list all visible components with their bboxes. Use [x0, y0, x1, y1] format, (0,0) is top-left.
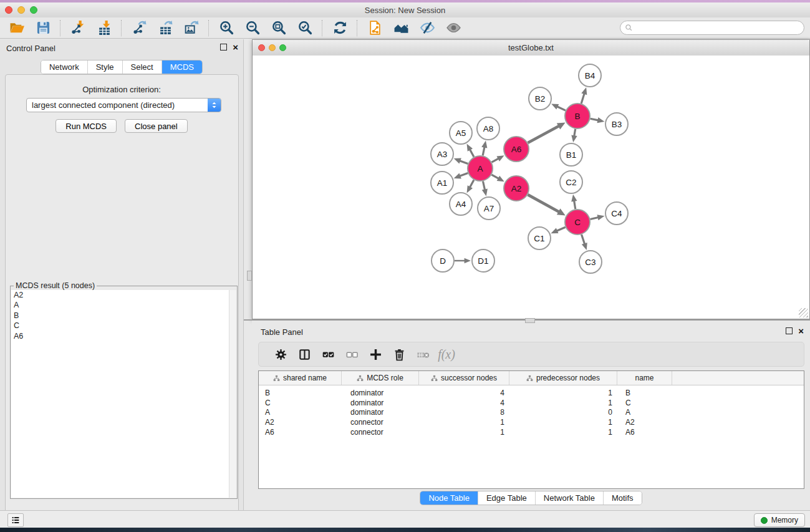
graph-edge-D-D1[interactable] — [455, 258, 471, 263]
tab-node-table[interactable]: Node Table — [420, 491, 478, 505]
export-image-button[interactable] — [178, 19, 205, 37]
open-session-button[interactable] — [4, 19, 30, 37]
column-header-shared-name[interactable]: shared name — [259, 371, 342, 385]
tab-edge-table[interactable]: Edge Table — [478, 491, 536, 505]
graph-edge-B-B2[interactable] — [551, 104, 566, 110]
graph-edge-A-A2[interactable] — [491, 175, 504, 181]
graph-node-B4[interactable]: B4 — [579, 64, 601, 87]
network-window-titlebar[interactable]: testGlobe.txt — [253, 40, 809, 56]
graph-edge-A-A5[interactable] — [467, 144, 474, 157]
graph-node-B3[interactable]: B3 — [605, 113, 628, 135]
mcds-result-item[interactable]: A2 — [11, 290, 229, 300]
home-button[interactable] — [388, 19, 414, 37]
table-close-panel-icon[interactable]: × — [798, 327, 804, 334]
graph-node-A8[interactable]: A8 — [477, 117, 499, 140]
zoom-fit-button[interactable] — [266, 19, 292, 37]
graph-node-A1[interactable]: A1 — [431, 172, 453, 194]
graph-edge-A-A8[interactable] — [481, 141, 487, 156]
delete-column-button[interactable] — [387, 344, 411, 364]
save-session-button[interactable] — [30, 19, 56, 37]
run-mcds-button[interactable]: Run MCDS — [55, 119, 117, 133]
graph-node-A5[interactable]: A5 — [450, 122, 472, 144]
graph-node-A3[interactable]: A3 — [431, 143, 453, 165]
graph-node-A6[interactable]: A6 — [504, 137, 529, 162]
result-scrollbar[interactable] — [229, 290, 236, 498]
settings-button[interactable] — [269, 344, 292, 364]
graph-edge-B-B4[interactable] — [581, 87, 587, 104]
mcds-result-item[interactable]: A6 — [11, 331, 229, 341]
graph-edge-C-C3[interactable] — [582, 235, 587, 250]
close-panel-icon[interactable]: × — [233, 44, 238, 51]
column-header-mcds-role[interactable]: MCDS role — [342, 371, 419, 385]
resize-grip-icon[interactable] — [799, 308, 808, 317]
float-panel-icon[interactable] — [220, 44, 227, 51]
export-network-button[interactable] — [126, 19, 152, 37]
tab-mcds[interactable]: MCDS — [162, 60, 202, 74]
select-all-button[interactable] — [316, 344, 340, 364]
tab-network[interactable]: Network — [41, 60, 88, 74]
graph-edge-A-A1[interactable] — [454, 173, 468, 178]
column-header-predecessor-nodes[interactable]: predecessor nodes — [509, 371, 617, 385]
search-input[interactable] — [633, 22, 804, 34]
tab-select[interactable]: Select — [123, 60, 162, 74]
network-canvas[interactable]: B4B2BB3A5A8A6B1A3AC2A1A2A4A7C4CC1C3DD1 — [253, 56, 809, 319]
graph-edge-A6-B[interactable] — [528, 122, 565, 143]
show-all-button[interactable] — [440, 19, 466, 37]
network-file-button[interactable] — [362, 19, 388, 37]
close-panel-button[interactable]: Close panel — [125, 119, 188, 133]
search-box[interactable] — [620, 21, 804, 35]
graph-node-B2[interactable]: B2 — [529, 87, 551, 110]
graph-edge-A2-C[interactable] — [528, 195, 565, 215]
graph-node-C[interactable]: C — [565, 210, 590, 235]
graph-node-C3[interactable]: C3 — [579, 251, 602, 273]
table-row[interactable]: A6connector11A6 — [259, 427, 804, 437]
table-row[interactable]: A2connector11A2 — [259, 417, 804, 427]
import-network-button[interactable] — [65, 19, 91, 37]
criterion-select[interactable]: largest connected component (directed) — [26, 98, 221, 112]
hide-selected-button[interactable] — [414, 19, 440, 37]
graph-node-B[interactable]: B — [565, 104, 590, 128]
zoom-in-button[interactable] — [213, 19, 239, 37]
graph-edge-A-A3[interactable] — [454, 158, 468, 164]
graph-node-D[interactable]: D — [432, 249, 454, 272]
tab-network-table[interactable]: Network Table — [536, 491, 604, 505]
graph-node-B1[interactable]: B1 — [560, 143, 582, 166]
graph-edge-A-A6[interactable] — [492, 155, 504, 162]
left-splitter-handle[interactable] — [247, 271, 252, 281]
deselect-all-button[interactable] — [340, 344, 364, 364]
graph-node-A2[interactable]: A2 — [504, 176, 529, 201]
graph-edge-C-C1[interactable] — [551, 227, 565, 233]
mcds-result-item[interactable]: C — [11, 321, 229, 331]
zoom-selected-button[interactable] — [292, 19, 318, 37]
graph-node-A4[interactable]: A4 — [450, 193, 472, 215]
graph-edge-B-B1[interactable] — [571, 129, 577, 143]
mcds-result-item[interactable]: B — [11, 311, 229, 321]
graph-node-A7[interactable]: A7 — [478, 197, 500, 220]
column-header-successor-nodes[interactable]: successor nodes — [419, 371, 509, 385]
table-row[interactable]: Cdominator41C — [259, 398, 804, 408]
graph-node-C4[interactable]: C4 — [605, 202, 628, 225]
table-float-panel-icon[interactable] — [786, 327, 793, 334]
graph-node-A[interactable]: A — [468, 156, 493, 181]
mcds-result-list[interactable]: A2ABCA6 — [11, 290, 229, 498]
tab-style[interactable]: Style — [88, 60, 123, 74]
bottom-splitter-handle[interactable] — [525, 318, 535, 323]
split-view-button[interactable] — [292, 344, 316, 364]
mcds-result-item[interactable]: A — [11, 300, 229, 310]
graph-edge-C-C2[interactable] — [571, 195, 577, 209]
import-table-button[interactable] — [91, 19, 117, 37]
task-history-button[interactable] — [7, 513, 24, 527]
graph-node-C1[interactable]: C1 — [528, 227, 551, 249]
column-header-name[interactable]: name — [617, 371, 672, 385]
graph-edge-A-A7[interactable] — [482, 181, 488, 196]
table-row[interactable]: Bdominator41B — [259, 388, 804, 398]
graph-node-D1[interactable]: D1 — [472, 249, 494, 272]
export-table-button[interactable] — [152, 19, 178, 37]
graph-node-C2[interactable]: C2 — [560, 171, 582, 193]
memory-button[interactable]: Memory — [754, 513, 805, 527]
tab-motifs[interactable]: Motifs — [604, 491, 642, 505]
graph-edge-A-A4[interactable] — [467, 180, 474, 193]
table-row[interactable]: Adominator80A — [259, 407, 804, 417]
graph-edge-C-C4[interactable] — [590, 215, 604, 220]
graph-edge-B-B3[interactable] — [591, 117, 605, 123]
